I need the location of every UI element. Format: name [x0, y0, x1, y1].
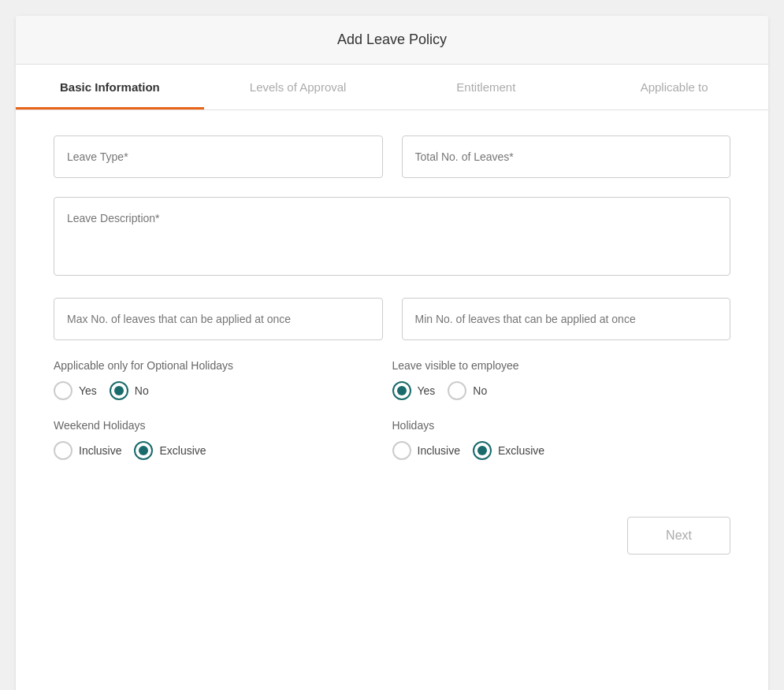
weekend-holidays-label: Weekend Holidays: [54, 419, 392, 432]
tab-basic-information[interactable]: Basic Information: [16, 65, 204, 109]
leave-visible-group: Yes No: [392, 381, 731, 400]
holidays-inclusive[interactable]: Inclusive: [392, 441, 460, 460]
total-leaves-input[interactable]: [402, 135, 731, 178]
holidays-exclusive[interactable]: Exclusive: [473, 441, 544, 460]
optional-holidays-yes[interactable]: Yes: [54, 381, 97, 400]
leave-visible-section: Leave visible to employee Yes No: [392, 359, 731, 400]
weekend-holidays-group: Inclusive Exclusive: [54, 441, 392, 460]
optional-holidays-yes-radio[interactable]: [54, 381, 72, 400]
min-leaves-input[interactable]: [402, 298, 731, 340]
leave-visible-label: Leave visible to employee: [392, 359, 731, 372]
main-container: Add Leave Policy Basic Information Level…: [16, 16, 768, 690]
leave-description-input[interactable]: [54, 197, 730, 276]
radio-row-2: Weekend Holidays Inclusive Exclusive Hol…: [54, 419, 730, 460]
holidays-group: Inclusive Exclusive: [392, 441, 731, 460]
leave-visible-yes-label: Yes: [418, 384, 436, 397]
footer-row: Next: [16, 498, 768, 573]
tab-applicable-to[interactable]: Applicable to: [580, 65, 768, 109]
holidays-inclusive-label: Inclusive: [418, 444, 460, 457]
leave-description-field: [54, 197, 730, 279]
optional-holidays-no-radio[interactable]: [110, 381, 128, 400]
leave-visible-no-radio[interactable]: [448, 381, 466, 400]
optional-holidays-no-label: No: [135, 384, 149, 397]
weekend-inclusive-label: Inclusive: [79, 444, 121, 457]
weekend-inclusive-radio[interactable]: [54, 441, 72, 460]
leave-type-field: [54, 135, 383, 178]
tab-entitlement[interactable]: Entitlement: [392, 65, 581, 109]
holidays-exclusive-radio[interactable]: [473, 441, 492, 460]
radio-row-1: Applicable only for Optional Holidays Ye…: [54, 359, 730, 400]
leave-visible-no[interactable]: No: [448, 381, 487, 400]
optional-holidays-group: Yes No: [54, 381, 392, 400]
tabs-container: Basic Information Levels of Approval Ent…: [16, 65, 768, 110]
optional-holidays-section: Applicable only for Optional Holidays Ye…: [54, 359, 392, 400]
leave-visible-no-label: No: [473, 384, 487, 397]
optional-holidays-yes-label: Yes: [79, 384, 97, 397]
form-row-2: [54, 197, 730, 279]
weekend-exclusive-radio[interactable]: [134, 441, 153, 460]
holidays-inclusive-radio[interactable]: [392, 441, 411, 460]
total-leaves-field: [402, 135, 731, 178]
tab-levels-of-approval[interactable]: Levels of Approval: [204, 65, 392, 109]
weekend-inclusive[interactable]: Inclusive: [54, 441, 121, 460]
page-title: Add Leave Policy: [337, 32, 447, 47]
form-container: Applicable only for Optional Holidays Ye…: [16, 110, 768, 485]
optional-holidays-label: Applicable only for Optional Holidays: [54, 359, 392, 372]
weekend-exclusive-label: Exclusive: [159, 444, 206, 457]
holidays-section: Holidays Inclusive Exclusive: [392, 419, 731, 460]
page-header: Add Leave Policy: [16, 16, 768, 65]
form-row-3: [54, 298, 730, 340]
form-row-1: [54, 135, 730, 178]
leave-visible-yes[interactable]: Yes: [392, 381, 436, 400]
max-leaves-field: [54, 298, 383, 340]
max-leaves-input[interactable]: [54, 298, 383, 340]
leave-type-input[interactable]: [54, 135, 383, 178]
leave-visible-yes-radio[interactable]: [392, 381, 411, 400]
min-leaves-field: [402, 298, 731, 340]
weekend-holidays-section: Weekend Holidays Inclusive Exclusive: [54, 419, 392, 460]
weekend-exclusive[interactable]: Exclusive: [134, 441, 206, 460]
next-button[interactable]: Next: [627, 517, 730, 555]
holidays-label: Holidays: [392, 419, 731, 432]
holidays-exclusive-label: Exclusive: [498, 444, 544, 457]
optional-holidays-no[interactable]: No: [110, 381, 149, 400]
